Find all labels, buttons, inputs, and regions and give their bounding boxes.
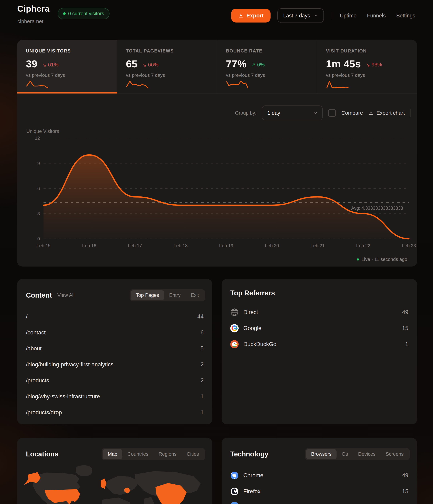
stat-delta: ↘ 93% [365, 62, 382, 68]
svg-text:Unique Visitors: Unique Visitors [26, 128, 59, 134]
current-visitors-label: 0 current visitors [68, 11, 104, 17]
group-by-label: Group by: [235, 110, 257, 116]
page-row[interactable]: /blog/why-swiss-infrastructure1 [26, 388, 204, 405]
stat-unique-visitors[interactable]: UNIQUE VISITORS 39 ↘ 61% vs previous 7 d… [17, 40, 117, 93]
tab-map[interactable]: Map [103, 449, 122, 459]
export-button[interactable]: Export [231, 9, 270, 23]
locations-tabs: Map Countries Regions Cities [102, 448, 205, 460]
controls-divider [410, 109, 410, 117]
page-row[interactable]: /products/drop1 [26, 405, 204, 421]
technology-title: Technology [230, 450, 268, 458]
chart-controls: Group by: 1 day Compare Export chart [235, 106, 410, 120]
stat-total-pageviews[interactable]: TOTAL PAGEVIEWS 65 ↘ 66% vs previous 7 d… [117, 40, 217, 93]
svg-text:Feb 16: Feb 16 [82, 243, 96, 248]
date-range-value: Last 7 days [283, 13, 310, 19]
page-title: Ciphera [17, 4, 50, 14]
tab-top-pages[interactable]: Top Pages [131, 290, 164, 300]
compare-checkbox[interactable] [328, 109, 336, 117]
referrer-row[interactable]: Direct 49 [230, 304, 408, 320]
content-tabs: Top Pages Entry Exit [130, 289, 205, 301]
chevron-down-icon [314, 14, 318, 18]
stat-compare: vs previous 7 days [326, 72, 412, 78]
page-row[interactable]: /about5 [26, 341, 204, 357]
referrer-row[interactable]: Google 15 [230, 320, 408, 336]
compare-label: Compare [341, 110, 363, 116]
svg-text:Feb 20: Feb 20 [265, 243, 279, 248]
world-map[interactable] [17, 463, 212, 504]
chevron-down-icon [313, 111, 317, 115]
referrers-title: Top Referrers [230, 289, 275, 297]
duckduckgo-icon [230, 340, 239, 348]
browsers-list: Chrome 49 Firefox 15 [222, 460, 417, 499]
svg-text:3: 3 [37, 211, 40, 216]
stat-delta: ↗ 6% [251, 62, 265, 68]
svg-text:Feb 22: Feb 22 [356, 243, 370, 248]
trend-up-icon: ↗ [251, 62, 256, 68]
referrer-row[interactable]: DuckDuckGo 1 [230, 336, 408, 352]
nav-uptime[interactable]: Uptime [338, 13, 358, 19]
page-row[interactable]: /products2 [26, 373, 204, 388]
svg-text:Feb 19: Feb 19 [219, 243, 233, 248]
chrome-icon [230, 471, 239, 480]
svg-text:9: 9 [37, 161, 40, 166]
content-card: Content View All Top Pages Entry Exit /4… [17, 279, 212, 424]
google-icon [230, 324, 239, 333]
group-by-dropdown[interactable]: 1 day [262, 106, 323, 120]
page-row[interactable]: /blog/building-privacy-first-analytics2 [26, 357, 204, 373]
browser-row[interactable]: Firefox 15 [230, 484, 408, 499]
tab-regions[interactable]: Regions [153, 449, 182, 459]
browser-row[interactable]: Chrome 49 [230, 468, 408, 484]
live-dot-icon [357, 258, 359, 261]
analytics-dashboard: { "brand": { "name": "Ciphera", "domain"… [0, 0, 433, 504]
tab-os[interactable]: Os [337, 449, 353, 459]
stat-compare: vs previous 7 days [126, 72, 212, 78]
date-range-dropdown[interactable]: Last 7 days [277, 8, 324, 23]
active-stat-underline [17, 92, 117, 93]
stat-value: 39 [26, 58, 37, 70]
tab-entry[interactable]: Entry [164, 290, 186, 300]
tab-exit[interactable]: Exit [186, 290, 204, 300]
partial-browser-icon [230, 502, 239, 504]
nav-settings[interactable]: Settings [394, 13, 417, 19]
svg-text:Feb 23: Feb 23 [402, 243, 416, 248]
globe-icon [230, 308, 239, 316]
top-pages-list: /44 /contact6 /about5 /blog/building-pri… [17, 301, 212, 421]
sparkline [126, 81, 149, 89]
site-domain: ciphera.net [17, 18, 43, 25]
svg-text:Avg: 4.333333333333333: Avg: 4.333333333333333 [351, 206, 403, 211]
stat-label: BOUNCE RATE [226, 48, 312, 54]
group-by-value: 1 day [267, 110, 280, 116]
live-status: Live · 11 seconds ago [357, 257, 407, 262]
firefox-icon [230, 487, 239, 496]
page-row[interactable]: /44 [26, 309, 204, 325]
live-dot-icon [63, 12, 66, 15]
tab-countries[interactable]: Countries [122, 449, 154, 459]
view-all-link[interactable]: View All [58, 292, 75, 298]
trend-down-icon: ↘ [365, 62, 370, 68]
sparkline [26, 81, 49, 89]
stat-visit-duration[interactable]: VISIT DURATION 1m 45s ↘ 93% vs previous … [317, 40, 417, 93]
tab-screens[interactable]: Screens [381, 449, 409, 459]
svg-text:12: 12 [35, 136, 40, 141]
content-title: Content [26, 291, 52, 299]
svg-text:Feb 21: Feb 21 [311, 243, 325, 248]
tab-cities[interactable]: Cities [182, 449, 204, 459]
technology-tabs: Browsers Os Devices Screens [305, 448, 410, 460]
export-chart-button[interactable]: Export chart [368, 110, 405, 116]
tab-browsers[interactable]: Browsers [306, 449, 337, 459]
sparkline [326, 81, 349, 89]
trend-down-icon: ↘ [42, 62, 46, 68]
stat-bounce-rate[interactable]: BOUNCE RATE 77% ↗ 6% vs previous 7 days [217, 40, 317, 93]
page-row[interactable]: /contact6 [26, 325, 204, 341]
nav-funnels[interactable]: Funnels [365, 13, 388, 19]
header-divider [331, 11, 331, 20]
live-status-text: Live · 11 seconds ago [362, 257, 407, 262]
stat-value: 65 [126, 58, 138, 70]
technology-card: Technology Browsers Os Devices Screens C… [222, 438, 417, 504]
export-button-label: Export [246, 13, 264, 19]
stat-value: 1m 45s [326, 58, 361, 70]
stat-delta: ↘ 66% [142, 62, 158, 68]
stat-value: 77% [226, 58, 247, 70]
tab-devices[interactable]: Devices [353, 449, 381, 459]
stat-compare: vs previous 7 days [26, 72, 112, 78]
